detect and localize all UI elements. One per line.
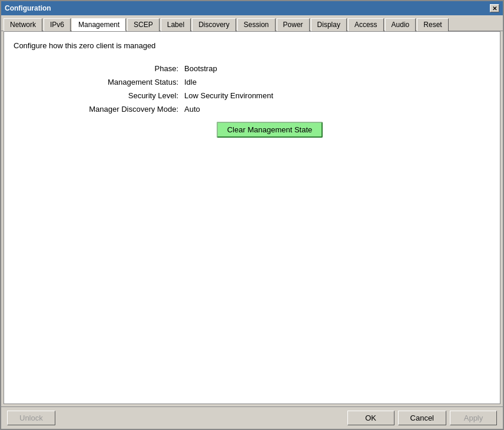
management-status-label: Management Status: <box>49 78 178 86</box>
title-bar: Configuration ✕ <box>1 1 503 15</box>
security-level-value: Low Security Environment <box>184 91 490 100</box>
content-wrapper: Configure how this zero client is manage… <box>1 31 503 406</box>
description-text: Configure how this zero client is manage… <box>14 41 490 50</box>
tab-power[interactable]: Power <box>277 18 310 31</box>
ok-button[interactable]: OK <box>347 411 394 425</box>
tab-label[interactable]: Label <box>161 18 191 31</box>
tab-scep[interactable]: SCEP <box>127 18 160 31</box>
bottom-right: OK Cancel Apply <box>347 411 497 425</box>
tab-access[interactable]: Access <box>348 18 384 31</box>
phase-label: Phase: <box>49 64 178 73</box>
tab-bar: Network IPv6 Management SCEP Label Disco… <box>1 15 503 31</box>
security-level-label: Security Level: <box>49 91 178 100</box>
tab-display[interactable]: Display <box>311 18 347 31</box>
manager-discovery-mode-value: Auto <box>184 105 490 114</box>
cancel-button[interactable]: Cancel <box>398 411 446 425</box>
tab-discovery[interactable]: Discovery <box>192 18 236 31</box>
close-button[interactable]: ✕ <box>490 4 499 12</box>
tab-ipv6[interactable]: IPv6 <box>44 18 71 31</box>
clear-management-state-button[interactable]: Clear Management State <box>217 122 323 138</box>
window-title: Configuration <box>5 4 51 12</box>
content-area: Configure how this zero client is manage… <box>4 31 500 404</box>
bottom-left: Unlock <box>7 411 55 425</box>
clear-btn-row: Clear Management State <box>49 122 490 138</box>
configuration-window: Configuration ✕ Network IPv6 Management … <box>0 0 504 430</box>
tab-reset[interactable]: Reset <box>417 18 448 31</box>
bottom-bar: Unlock OK Cancel Apply <box>1 406 503 429</box>
management-status-value: Idle <box>184 78 490 86</box>
manager-discovery-mode-label: Manager Discovery Mode: <box>49 105 178 114</box>
phase-value: Bootstrap <box>184 64 490 73</box>
apply-button[interactable]: Apply <box>450 411 497 425</box>
tab-session[interactable]: Session <box>237 18 276 31</box>
tab-audio[interactable]: Audio <box>385 18 416 31</box>
unlock-button[interactable]: Unlock <box>7 411 55 425</box>
tab-network[interactable]: Network <box>4 18 42 31</box>
tab-management[interactable]: Management <box>72 18 126 31</box>
form-grid: Phase: Bootstrap Management Status: Idle… <box>49 64 490 138</box>
